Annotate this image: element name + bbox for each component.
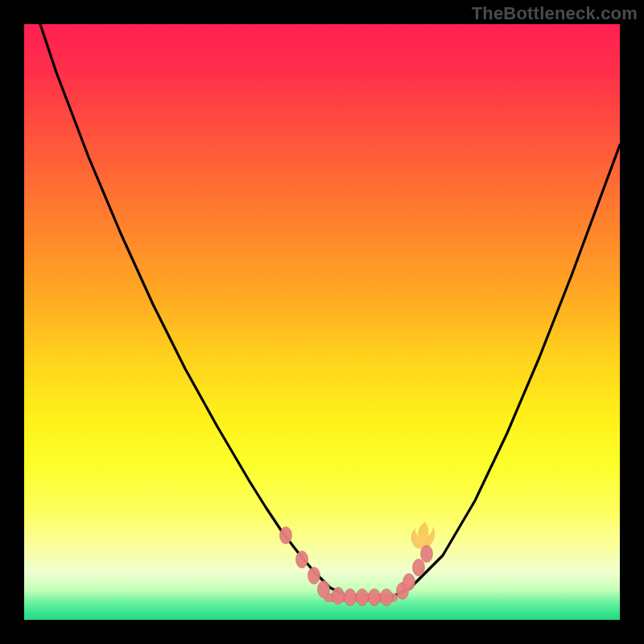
marker-point [308, 568, 320, 584]
marker-point [413, 559, 425, 576]
marker-point [369, 589, 381, 606]
chart-frame: TheBottleneck.com [0, 0, 644, 644]
watermark-text: TheBottleneck.com [472, 3, 638, 24]
marker-point [332, 588, 345, 605]
marker-point [345, 589, 357, 606]
marker-point [381, 589, 393, 606]
marker-point [357, 589, 369, 606]
marker-group [280, 527, 433, 606]
marker-point [280, 527, 292, 544]
marker-point [296, 551, 308, 568]
marker-point [403, 574, 415, 591]
flame-icon [411, 522, 436, 549]
chart-svg [24, 24, 620, 620]
plot-area [24, 24, 620, 620]
marker-point [421, 546, 433, 563]
bottleneck-curve [24, 24, 620, 599]
marker-point [318, 581, 330, 598]
